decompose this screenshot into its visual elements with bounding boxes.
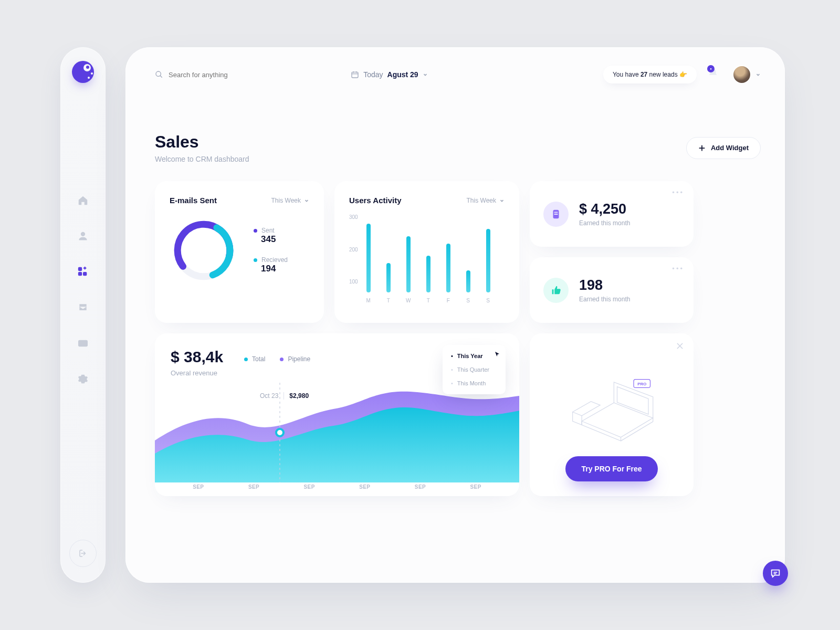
page-subtitle: Welcome to CRM dashboard: [155, 155, 249, 163]
revenue-card: $ 38,4k Overal revenue Total Pipeline Th…: [155, 333, 519, 496]
revenue-subtitle: Overal revenue: [171, 369, 223, 377]
emails-sent-value: 345: [261, 234, 288, 245]
emails-period-select[interactable]: This Week: [271, 197, 309, 204]
bar-col: M: [363, 224, 374, 303]
earned-card: ••• $ 4,250 Earned this month: [530, 181, 694, 247]
dot-icon: [280, 358, 284, 361]
add-widget-button[interactable]: Add Widget: [686, 137, 761, 159]
receipt-icon: [543, 202, 569, 227]
chat-button[interactable]: [763, 561, 788, 586]
calendar-icon: [351, 70, 359, 79]
bar-col: T: [383, 263, 394, 303]
revenue-xaxis: SEPSEPSEPSEPSEPSEP: [171, 484, 503, 490]
revenue-legend: Total Pipeline: [244, 355, 310, 363]
activity-card: Users Activity This Week 300200100 MTWTF…: [334, 181, 519, 323]
bar-col: F: [443, 244, 454, 303]
bar-col: S: [483, 229, 494, 303]
revenue-area-chart: [155, 383, 519, 482]
likes-card: ••• 198 Earned this month: [530, 257, 694, 323]
svg-text:PRO: PRO: [637, 382, 646, 386]
page-title: Sales: [155, 132, 249, 152]
chat-icon: [770, 568, 781, 579]
search-icon: [155, 70, 163, 79]
date-value: Agust 29: [387, 70, 418, 79]
nav-settings[interactable]: [76, 372, 90, 386]
bar-col: S: [463, 270, 474, 303]
try-pro-button[interactable]: Try PRO For Free: [565, 456, 657, 481]
earned-value: $ 4,250: [579, 201, 630, 217]
chevron-down-icon: [499, 198, 505, 203]
card-menu-icon[interactable]: •••: [672, 188, 684, 196]
thumbs-up-icon: [543, 278, 569, 303]
avatar-icon: [732, 65, 751, 84]
nav-inbox[interactable]: [76, 300, 90, 315]
chevron-down-icon: [304, 198, 309, 203]
date-prefix: Today: [363, 70, 383, 79]
earned-sub: Earned this month: [579, 219, 630, 227]
search-input[interactable]: [169, 71, 263, 79]
svg-rect-2: [78, 267, 82, 271]
logout-button[interactable]: [69, 540, 97, 567]
likes-value: 198: [579, 277, 630, 293]
svg-rect-1: [83, 272, 87, 276]
leads-pill[interactable]: You have 27 new leads 👉: [603, 66, 697, 83]
laptop-illustration-icon: PRO: [556, 368, 667, 447]
search: [155, 70, 263, 79]
svg-rect-6: [352, 72, 358, 78]
close-icon[interactable]: [676, 342, 684, 352]
nav-user[interactable]: [76, 229, 90, 244]
sidebar: [60, 47, 106, 583]
card-menu-icon[interactable]: •••: [672, 265, 684, 272]
nav-wallet[interactable]: [76, 336, 90, 351]
chevron-down-icon: [755, 72, 761, 77]
plus-icon: [698, 144, 706, 152]
main-panel: Today Agust 29 You have 27 new leads 👉 ●: [125, 47, 785, 583]
emails-received-value: 194: [261, 264, 288, 274]
bar-col: W: [403, 236, 414, 303]
activity-title: Users Activity: [349, 196, 402, 205]
nav-home[interactable]: [76, 193, 90, 208]
logo-icon: [72, 61, 94, 83]
cursor-icon: [494, 351, 500, 358]
menu-this-month[interactable]: This Month: [443, 376, 506, 390]
activity-yaxis: 300200100: [349, 214, 358, 293]
menu-this-quarter[interactable]: This Quarter: [443, 363, 506, 376]
dot-icon: [254, 229, 257, 233]
revenue-value: $ 38,4k: [171, 348, 223, 366]
revenue-range-menu: This Year This Quarter This Month: [443, 345, 506, 394]
bar-col: T: [423, 256, 434, 303]
emails-title: E-mails Sent: [170, 196, 217, 205]
nav-apps[interactable]: [76, 265, 90, 279]
notification-badge: ●: [707, 65, 715, 72]
likes-sub: Earned this month: [579, 296, 630, 303]
notifications-icon[interactable]: ●: [707, 67, 722, 82]
dot-icon: [244, 358, 248, 361]
svg-point-12: [276, 429, 284, 436]
chevron-down-icon: [423, 72, 428, 77]
svg-rect-4: [78, 342, 88, 343]
emails-donut-chart: [170, 216, 238, 285]
user-menu[interactable]: [732, 65, 761, 84]
svg-rect-0: [78, 272, 82, 276]
pro-card: PRO Try PRO For Free: [530, 333, 694, 496]
emails-card: E-mails Sent This Week Sent 345: [155, 181, 324, 323]
activity-period-select[interactable]: This Week: [467, 197, 505, 204]
activity-bars: MTWTFSS: [363, 214, 505, 303]
dot-icon: [254, 258, 257, 262]
date-picker[interactable]: Today Agust 29: [351, 70, 427, 79]
